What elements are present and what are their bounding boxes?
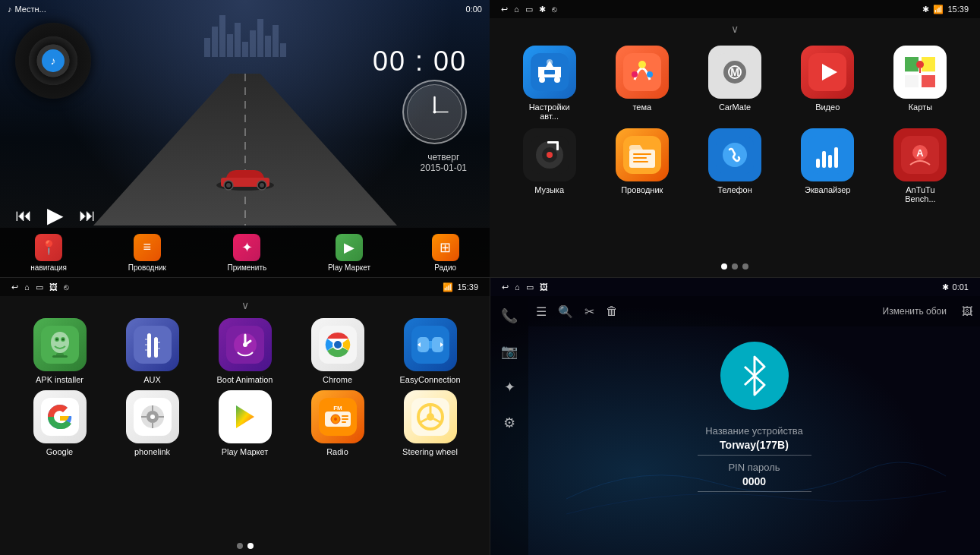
svg-rect-43: [633, 157, 647, 159]
svg-rect-50: [828, 155, 832, 168]
next-button[interactable]: ⏭: [79, 206, 96, 225]
br-phone-icon[interactable]: 📞: [501, 307, 518, 324]
app-antutu-label: AnTuTu Bench...: [890, 185, 950, 203]
br-cut-icon[interactable]: ✂: [585, 304, 594, 319]
svg-rect-31: [922, 75, 935, 87]
tr-usb-icon[interactable]: ⎋: [552, 5, 557, 14]
br-search-icon[interactable]: 🔍: [558, 304, 573, 319]
dot-2[interactable]: [732, 263, 738, 270]
app-chrome-label: Chrome: [323, 375, 352, 384]
bl-expand-btn[interactable]: ∨: [241, 299, 249, 311]
br-list-icon[interactable]: ☰: [536, 304, 547, 319]
svg-point-72: [334, 341, 342, 348]
br-recents-icon[interactable]: ▭: [526, 282, 534, 292]
bl-page-dots: [237, 543, 254, 549]
prev-button[interactable]: ⏮: [15, 206, 32, 225]
tr-app-grid: Настройки авт... тема M: [490, 38, 980, 211]
nav-radio[interactable]: ⊞ Радио: [432, 234, 459, 272]
clock-date: четверг 2015-01-01: [421, 152, 467, 173]
dot-3[interactable]: [742, 263, 748, 270]
app-phone-label: Телефон: [717, 185, 752, 194]
app-easy-connection[interactable]: EasyConnection: [386, 318, 474, 384]
tr-screenshot-icon[interactable]: ✱: [539, 5, 546, 14]
dot-1[interactable]: [721, 263, 727, 270]
bt-pin-value: 0000: [698, 475, 811, 492]
bl-wifi-icon: 📶: [443, 282, 453, 292]
app-apk-installer[interactable]: APK installer: [15, 318, 104, 384]
br-change-wallpaper[interactable]: Изменить обои: [883, 306, 947, 317]
br-nav-icons: ↩ ⌂ ▭ 🖼: [502, 282, 548, 292]
app-antutu[interactable]: A AnTuTu Bench...: [876, 128, 965, 203]
svg-point-68: [243, 342, 247, 347]
app-drawer-panel: ↩ ⌂ ▭ 🖼 ⎋ 📶 15:39 ∨: [0, 277, 490, 555]
clock-day: четверг: [421, 152, 467, 162]
tr-status-icons: ✱ 📶 15:39: [922, 5, 969, 14]
br-wallpaper-icon[interactable]: 🖼: [962, 305, 972, 317]
app-phonelink[interactable]: phonelink: [108, 390, 197, 456]
svg-point-83: [150, 415, 155, 419]
svg-rect-39: [556, 141, 559, 150]
tr-home-icon[interactable]: ⌂: [514, 5, 519, 14]
tr-recents-icon[interactable]: ▭: [525, 5, 533, 14]
bl-dot-2[interactable]: [247, 543, 254, 549]
svg-point-94: [334, 418, 337, 421]
bt-device-name-label: Название устройства: [698, 425, 811, 437]
app-explorer[interactable]: Проводник: [597, 128, 686, 203]
app-radio[interactable]: FM Radio: [293, 390, 382, 456]
svg-rect-65: [154, 337, 158, 358]
app-phone[interactable]: Телефон: [690, 128, 779, 203]
nav-play-store[interactable]: ▶ Play Маркет: [328, 234, 370, 272]
nav-apps[interactable]: ✦ Применить: [228, 234, 267, 272]
br-delete-icon[interactable]: 🗑: [606, 304, 618, 318]
app-boot-label: Boot Animation: [217, 375, 273, 384]
svg-rect-63: [134, 326, 172, 364]
app-video[interactable]: Видео: [783, 46, 872, 121]
app-steering-wheel[interactable]: Steering wheel: [386, 390, 474, 456]
br-star-icon[interactable]: ✦: [504, 379, 515, 396]
play-button[interactable]: ▶: [47, 203, 64, 228]
app-maps[interactable]: Карты: [876, 46, 965, 121]
svg-rect-17: [623, 53, 661, 91]
bl-home-icon[interactable]: ⌂: [24, 282, 30, 292]
app-play-market[interactable]: Play Маркет: [200, 390, 289, 456]
bl-usb-icon[interactable]: ⎋: [64, 282, 69, 292]
svg-rect-47: [808, 136, 846, 174]
app-music[interactable]: Музыка: [505, 128, 594, 203]
svg-point-60: [61, 339, 64, 341]
svg-point-18: [638, 61, 646, 68]
bl-recents-icon[interactable]: ▭: [36, 282, 43, 292]
nav-navigation[interactable]: 📍 навигация: [30, 234, 67, 272]
app-aux[interactable]: AUX: [108, 318, 197, 384]
app-phonelink-label: phonelink: [134, 447, 170, 456]
tr-back-icon[interactable]: ↩: [501, 5, 508, 14]
app-theme[interactable]: тема: [597, 46, 686, 121]
svg-point-14: [554, 77, 560, 83]
app-boot-animation[interactable]: Boot Animation: [200, 318, 289, 384]
br-back-icon[interactable]: ↩: [502, 282, 509, 292]
app-chrome[interactable]: Chrome: [293, 318, 382, 384]
bl-back-icon[interactable]: ↩: [11, 282, 18, 292]
tr-expand-btn[interactable]: ∨: [731, 23, 739, 35]
app-car-settings[interactable]: Настройки авт...: [505, 46, 594, 121]
svg-point-11: [433, 111, 436, 114]
br-settings-icon[interactable]: ⚙: [503, 415, 515, 431]
bt-device-info: Название устройства Torway(177B) PIN пар…: [698, 425, 811, 498]
bt-bluetooth-icon: [720, 342, 789, 410]
br-photo-icon[interactable]: 🖼: [540, 282, 548, 292]
tr-status-bar: ↩ ⌂ ▭ ✱ ⎋ ✱ 📶 15:39: [490, 0, 980, 18]
bl-app-grid: APK installer AUX: [0, 314, 490, 460]
svg-point-101: [427, 413, 434, 421]
bl-dot-1[interactable]: [237, 543, 243, 549]
br-home-icon[interactable]: ⌂: [515, 282, 520, 292]
vinyl-center: ♪: [42, 49, 65, 72]
app-google[interactable]: Google: [15, 390, 104, 456]
nav-explorer[interactable]: ≡ Проводник: [128, 234, 166, 272]
app-equalizer[interactable]: Эквалайзер: [783, 128, 872, 203]
bl-photo-icon[interactable]: 🖼: [49, 282, 58, 292]
app-theme-label: тема: [632, 102, 651, 112]
app-carmate[interactable]: M CarMate: [690, 46, 779, 121]
svg-rect-49: [822, 151, 826, 168]
br-camera-icon[interactable]: 📷: [501, 343, 518, 360]
tl-status-bar: ♪ Местн... 0:00: [0, 0, 490, 18]
svg-rect-38: [547, 141, 558, 143]
